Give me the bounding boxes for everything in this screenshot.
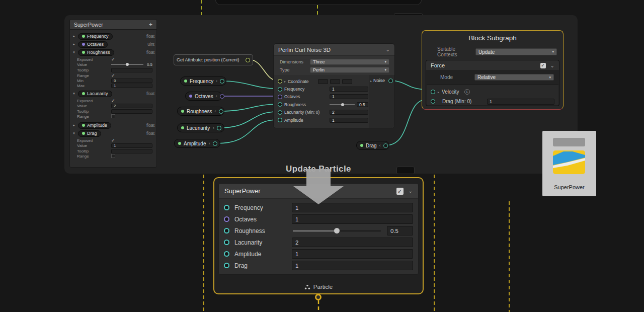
tooltip-input[interactable] <box>111 149 152 153</box>
chevron-down-icon[interactable]: ⌄ <box>550 63 554 68</box>
property-row-drag[interactable]: ▾ Drag float <box>72 130 154 137</box>
add-property-button[interactable]: + <box>149 21 152 28</box>
expander-icon[interactable]: ▸ <box>284 80 286 83</box>
output-port[interactable] <box>383 143 388 148</box>
collapse-icon[interactable]: ‹ <box>216 94 217 99</box>
property-row-roughness[interactable]: ▾ Roughness float <box>72 49 154 56</box>
exposed-checkbox[interactable]: ✓ <box>111 138 115 143</box>
slider-handle[interactable] <box>126 63 129 66</box>
range-checkbox[interactable] <box>111 114 115 118</box>
noise-output-port[interactable] <box>388 79 393 83</box>
parameter-node-roughness[interactable]: Roughness ‹ <box>177 107 224 116</box>
range-checkbox[interactable] <box>111 154 115 158</box>
disclosure-closed-icon[interactable]: ▸ <box>72 34 76 38</box>
disclosure-open-icon[interactable]: ▾ <box>72 92 76 96</box>
lacunarity-input-port[interactable] <box>278 110 282 115</box>
lacunarity-input-port[interactable] <box>224 240 229 245</box>
disclosure-closed-icon[interactable]: ▸ <box>72 123 76 127</box>
roughness-field[interactable]: 0.5 <box>387 226 413 236</box>
coordinate-z-field[interactable] <box>342 79 352 84</box>
property-row-octaves[interactable]: ▸ Octaves uint <box>72 41 154 48</box>
roughness-slider[interactable] <box>292 226 382 236</box>
dimensions-dropdown[interactable]: Three ▾ <box>310 59 389 65</box>
roughness-field[interactable]: 0.5 <box>357 102 368 107</box>
octaves-field[interactable]: 1 <box>330 94 368 99</box>
expander-icon[interactable]: ▸ <box>438 90 439 94</box>
slider-handle[interactable] <box>341 103 344 106</box>
parameter-node-amplitude[interactable]: Amplitude ‹ <box>174 139 220 148</box>
parameter-node-lacunarity[interactable]: Lacunarity ‹ <box>177 123 224 132</box>
velocity-input-port[interactable] <box>431 90 435 94</box>
amplitude-field[interactable]: 1 <box>330 118 368 123</box>
amplitude-input-port[interactable] <box>278 118 282 122</box>
chevron-down-icon[interactable]: ⌄ <box>409 188 413 194</box>
drag-value-field[interactable]: 1 <box>487 99 554 105</box>
perlin-curl-noise-node[interactable]: Perlin Curl Noise 3D ⌄ Dimensions Three … <box>273 43 395 128</box>
output-port[interactable] <box>220 94 224 99</box>
property-row-lacunarity[interactable]: ▾ Lacunarity float <box>72 90 154 97</box>
position-output-port[interactable] <box>246 58 250 62</box>
blackboard-header[interactable]: SuperPower + <box>70 20 156 30</box>
drag-input-port[interactable] <box>224 263 229 268</box>
max-input[interactable]: 1 <box>111 84 152 88</box>
roughness-input-port[interactable] <box>224 228 229 233</box>
force-block-header[interactable]: Force ✓ ⌄ <box>426 60 559 71</box>
force-block[interactable]: Force ✓ ⌄ Mode Relative ▾ ▸ Velocity L <box>426 60 559 106</box>
value-slider[interactable] <box>111 62 143 67</box>
lacunarity-field[interactable]: 2 <box>292 238 413 247</box>
drag-field[interactable]: 1 <box>292 261 413 270</box>
block-subgraph-panel[interactable]: Block Subgraph Suitable Contexts Update … <box>422 30 564 110</box>
collapse-icon[interactable]: ‹ <box>209 141 210 146</box>
suitable-contexts-dropdown[interactable]: Update ▾ <box>475 48 557 55</box>
disclosure-closed-icon[interactable]: ▸ <box>72 42 76 46</box>
parameter-node-frequency[interactable]: Frequency ‹ <box>180 76 226 86</box>
amplitude-field[interactable]: 1 <box>292 249 413 259</box>
mode-dropdown[interactable]: Relative ▾ <box>474 74 554 81</box>
frequency-input-port[interactable] <box>278 87 282 92</box>
enabled-checkbox[interactable]: ✓ <box>540 63 546 68</box>
output-port[interactable] <box>220 79 224 84</box>
disclosure-open-icon[interactable]: ▾ <box>72 50 76 54</box>
context-flow-output-port[interactable] <box>315 294 321 300</box>
coordinate-x-field[interactable] <box>318 79 328 84</box>
roughness-input-port[interactable] <box>278 102 282 107</box>
chevron-down-icon[interactable]: ⌄ <box>386 47 390 52</box>
tooltip-input[interactable] <box>111 68 152 72</box>
exposed-checkbox[interactable]: ✓ <box>111 98 115 103</box>
output-port[interactable] <box>219 109 223 114</box>
octaves-input-port[interactable] <box>224 216 229 222</box>
tooltip-input[interactable] <box>111 109 152 114</box>
amplitude-input-port[interactable] <box>224 251 229 257</box>
range-checkbox[interactable]: ✓ <box>111 73 115 78</box>
octaves-field[interactable]: 1 <box>292 214 413 224</box>
node-header[interactable]: Perlin Curl Noise 3D ⌄ <box>274 44 394 56</box>
parameter-node-drag[interactable]: Drag ‹ <box>356 141 389 150</box>
disclosure-open-icon[interactable]: ▾ <box>72 131 76 135</box>
coordinate-y-field[interactable] <box>330 79 340 84</box>
collapse-icon[interactable]: ‹ <box>213 125 214 130</box>
get-attribute-node[interactable]: Get Attribute: position (Current) <box>174 54 253 65</box>
octaves-input-port[interactable] <box>278 95 282 99</box>
type-dropdown[interactable]: Perlin ▾ <box>310 67 389 73</box>
output-port[interactable] <box>213 141 217 146</box>
lacunarity-field[interactable]: 2 <box>330 110 368 115</box>
slider-handle[interactable] <box>334 228 340 233</box>
output-port[interactable] <box>217 126 221 130</box>
value-input[interactable]: 1 <box>111 143 152 148</box>
coordinate-input-port[interactable] <box>278 79 282 84</box>
roughness-slider[interactable] <box>330 102 355 107</box>
enabled-checkbox[interactable]: ✓ <box>396 188 404 195</box>
parameter-node-octaves[interactable]: Octaves ‹ <box>185 92 222 101</box>
property-row-frequency[interactable]: ▸ Frequency float <box>72 33 154 40</box>
project-asset-superpower[interactable]: SuperPower <box>542 131 596 196</box>
value-input[interactable]: 2 <box>111 104 152 108</box>
collapse-icon[interactable]: ‹ <box>216 79 217 84</box>
min-input[interactable]: 0 <box>111 79 152 83</box>
collapse-icon[interactable]: ‹ <box>379 143 381 148</box>
exposed-checkbox[interactable]: ✓ <box>111 57 115 62</box>
collapse-icon[interactable]: ‹ <box>215 109 216 114</box>
property-row-amplitude[interactable]: ▸ Amplitude float <box>72 122 154 129</box>
frequency-input-port[interactable] <box>224 205 229 210</box>
frequency-field[interactable]: 1 <box>330 87 368 92</box>
drag-input-port[interactable] <box>431 99 435 104</box>
